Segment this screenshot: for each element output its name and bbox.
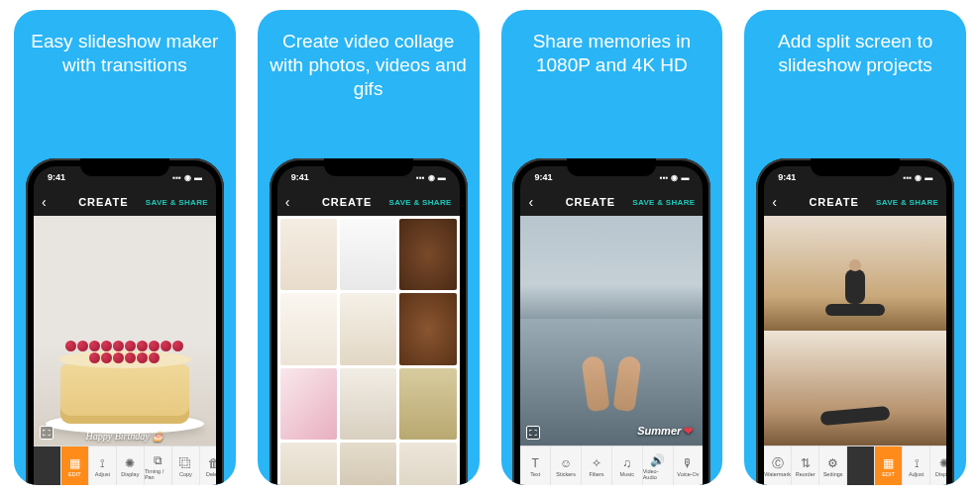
photo-subject [811,391,900,441]
grid-cell[interactable] [280,293,337,364]
promo-card-4: Add split screen to slideshow projects 9… [744,10,966,485]
delete-icon: 🗑 [208,457,216,469]
grid-cell[interactable] [280,219,337,290]
collage-grid[interactable] [277,216,460,485]
tool-edit[interactable]: ▦EDIT [61,446,89,485]
save-share-button[interactable]: SAVE & SHARE [146,198,208,207]
phone-frame: 9:41 ▪▪▪ ◉ ▬ ‹ CREATE SAVE & SHARE [512,158,710,485]
nav-title: CREATE [566,196,615,208]
tool-text[interactable]: TText [520,446,551,485]
signal-icon: ▪▪▪ [416,173,425,182]
status-time: 9:41 [48,172,65,182]
phone-notch [80,158,169,176]
reorder-icon: ⇅ [801,457,811,469]
status-time: 9:41 [291,172,309,182]
tool-thumbnail[interactable] [34,446,61,485]
tool-voiceover[interactable]: 🎙Voice-Ov [674,446,704,485]
save-share-button[interactable]: SAVE & SHARE [632,198,695,207]
caption-text[interactable]: Summer ❤ [637,425,693,438]
tool-timing[interactable]: ⧉Timing / Pan [145,446,172,485]
save-share-button[interactable]: SAVE & SHARE [389,198,452,207]
tool-music[interactable]: ♫Music [612,446,643,485]
timing-icon: ⧉ [154,454,163,466]
tool-copy[interactable]: ⿻Copy [172,446,200,485]
editor-toolbar: ▦EDIT ⟟Adjust ✺Display ⧉Timing / Pan ⿻Co… [34,446,216,485]
phone-screen: 9:41 ▪▪▪ ◉ ▬ ‹ CREATE SAVE & SHARE [34,166,216,485]
editor-canvas[interactable] [764,216,946,446]
grid-cell[interactable] [399,368,456,440]
expand-icon[interactable]: ⛶ [526,426,540,440]
photo-subject [820,261,890,321]
grid-cell[interactable] [340,219,396,290]
editor-canvas[interactable]: Happy Birthday 🎂 ⛶ [34,216,216,446]
tool-watermark[interactable]: ⒸWatermark [764,446,792,485]
split-bottom-panel[interactable] [764,331,946,446]
tool-edit[interactable]: ▦EDIT [875,446,903,485]
tool-display[interactable]: ✺Display [930,446,946,485]
status-time: 9:41 [778,172,796,182]
caption-text[interactable]: Happy Birthday 🎂 [34,431,216,442]
back-icon[interactable]: ‹ [772,194,792,210]
grid-cell[interactable] [399,219,456,290]
nav-title: CREATE [322,196,372,208]
editor-toolbar: TText ☺Stickers ✧Filters ♫Music 🔊Video-A… [520,446,703,485]
nav-title: CREATE [78,196,128,208]
grid-cell[interactable] [280,443,337,485]
wifi-icon: ◉ [428,173,435,182]
grid-cell[interactable] [280,368,337,440]
editor-canvas[interactable] [277,216,460,485]
video-audio-icon: 🔊 [650,454,665,466]
wifi-icon: ◉ [184,173,191,182]
signal-icon: ▪▪▪ [660,173,669,182]
photo-subject [577,356,646,436]
promo-card-3: Share memories in 1080P and 4K HD 9:41 ▪… [501,10,723,485]
copy-icon: ⿻ [179,457,191,469]
nav-title: CREATE [809,196,858,208]
adjust-icon: ⟟ [915,457,919,469]
editor-toolbar: ⒸWatermark ⇅Reorder ⚙Settings ▦EDIT ⟟Adj… [764,446,946,485]
settings-icon: ⚙ [827,457,838,469]
nav-bar: ‹ CREATE SAVE & SHARE [764,188,946,216]
tool-filters[interactable]: ✧Filters [582,446,612,485]
grid-cell[interactable] [399,293,456,364]
phone-frame: 9:41 ▪▪▪ ◉ ▬ ‹ CREATE SAVE & SHARE [26,158,224,485]
editor-canvas[interactable]: Summer ❤ ⛶ [520,216,703,446]
nav-bar: ‹ CREATE SAVE & SHARE [34,188,216,216]
tool-adjust[interactable]: ⟟Adjust [903,446,930,485]
tool-reorder[interactable]: ⇅Reorder [792,446,819,485]
split-top-panel[interactable] [764,216,946,331]
back-icon[interactable]: ‹ [42,194,61,210]
tool-settings[interactable]: ⚙Settings [819,446,847,485]
headline: Easy slideshow maker with transitions [14,10,236,109]
battery-icon: ▬ [194,173,202,182]
save-share-button[interactable]: SAVE & SHARE [876,198,938,207]
phone-frame: 9:41 ▪▪▪ ◉ ▬ ‹ CREATE SAVE & SHARE [270,158,468,485]
grid-cell[interactable] [340,293,396,364]
phone-screen: 9:41 ▪▪▪ ◉ ▬ ‹ CREATE SAVE & SHARE [520,166,703,485]
promo-card-2: Create video collage with photos, videos… [258,10,480,485]
grid-cell[interactable] [340,443,396,485]
tool-adjust[interactable]: ⟟Adjust [89,446,117,485]
back-icon[interactable]: ‹ [528,194,548,210]
phone-notch [324,158,413,176]
tool-video-audio[interactable]: 🔊Video-Audio [643,446,674,485]
grid-cell[interactable] [399,443,456,485]
heart-icon: ❤ [684,425,693,437]
tool-delete[interactable]: 🗑Delete [200,446,216,485]
status-time: 9:41 [534,172,552,182]
wifi-icon: ◉ [915,173,922,182]
phone-notch [567,158,656,176]
tool-thumbnail[interactable] [847,446,875,485]
tool-display[interactable]: ✺Display [117,446,145,485]
voiceover-icon: 🎙 [682,457,694,469]
grid-cell[interactable] [340,368,396,440]
tool-stickers[interactable]: ☺Stickers [551,446,582,485]
expand-icon[interactable]: ⛶ [40,426,54,440]
nav-bar: ‹ CREATE SAVE & SHARE [520,188,703,216]
edit-icon: ▦ [69,457,80,469]
music-icon: ♫ [622,457,631,469]
signal-icon: ▪▪▪ [172,173,181,182]
wifi-icon: ◉ [671,173,678,182]
promo-card-1: Easy slideshow maker with transitions 9:… [14,10,236,485]
back-icon[interactable]: ‹ [285,194,305,210]
